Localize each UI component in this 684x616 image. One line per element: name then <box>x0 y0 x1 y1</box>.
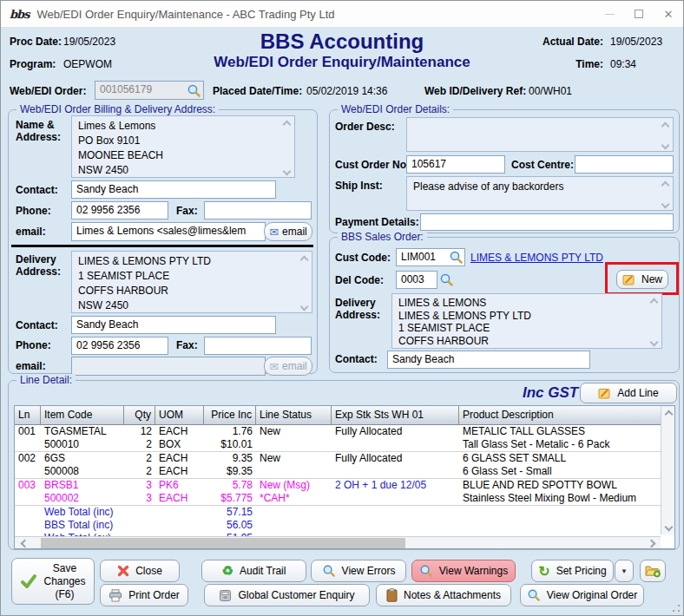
placed-datetime-label: Placed Date/Time: <box>213 85 302 97</box>
cost-centre-input[interactable] <box>575 155 674 174</box>
scroll-up-icon[interactable] <box>650 298 657 305</box>
line-detail-table: Ln Item Code Qty UOM Price Inc Line Stat… <box>14 405 675 549</box>
delivery-contact-input[interactable]: Sandy Beach <box>71 316 276 334</box>
webedi-order-input[interactable]: 001056179 <box>95 81 204 100</box>
column-header-exp-stk[interactable]: Exp Stk Sts WH 01 <box>332 406 459 424</box>
close-button[interactable]: ✕ <box>654 1 683 27</box>
delivery-address-textarea[interactable]: LIMES & LEMONS PTY LTD 1 SEAMIST PLACE C… <box>71 251 312 313</box>
cell-item: 6GS <box>44 452 121 465</box>
column-header-ln[interactable]: Ln <box>15 406 41 424</box>
billing-contact-label: Contact: <box>16 184 58 196</box>
delivery-phone-label: Phone: <box>16 339 51 351</box>
cell-item2: 500002 <box>44 492 121 505</box>
billing-email-label: email: <box>16 226 46 238</box>
audit-trail-button-label: Audit Trail <box>240 565 286 577</box>
view-errors-button-label: View Errors <box>342 565 396 577</box>
scrollbar-thumb[interactable] <box>41 538 405 548</box>
view-original-order-button[interactable]: View Original Order <box>520 584 644 606</box>
order-desc-textarea[interactable] <box>406 117 674 152</box>
print-order-button[interactable]: Print Order <box>100 584 188 606</box>
scroll-up-icon[interactable] <box>661 406 675 420</box>
scroll-up-icon[interactable] <box>661 121 668 128</box>
set-pricing-button[interactable]: ↻ Set Pricing <box>531 560 614 582</box>
billing-contact-input[interactable]: Sandy Beach <box>71 180 276 199</box>
scroll-up-icon[interactable] <box>300 255 307 262</box>
column-header-uom[interactable]: UOM <box>155 406 204 424</box>
delivery-email-input[interactable] <box>71 357 266 376</box>
customer-name-link[interactable]: LIMES & LEMONS PTY LTD <box>470 252 603 264</box>
column-header-qty[interactable]: Qty <box>124 406 155 424</box>
cell-desc2: Tall Glass Set - Metalic - 6 Pack <box>463 438 657 451</box>
column-header-product-desc[interactable]: Product Description <box>459 406 661 424</box>
del-code-input[interactable]: 0003 <box>396 271 437 289</box>
table-row[interactable]: 003 BRSB1500002 33 PK6EACH 5.78$5.775 Ne… <box>15 479 661 506</box>
scroll-down-icon[interactable] <box>283 167 290 174</box>
horizontal-scrollbar[interactable] <box>15 536 661 548</box>
close-order-button[interactable]: Close <box>100 560 180 582</box>
cust-order-no-input[interactable]: 105617 <box>406 155 505 174</box>
payment-details-label: Payment Details: <box>335 216 419 228</box>
column-header-item-code[interactable]: Item Code <box>41 406 124 424</box>
clipboard-icon <box>386 588 398 602</box>
notes-attachments-button[interactable]: Notes & Attachments <box>376 584 511 606</box>
scroll-down-icon[interactable] <box>661 200 668 206</box>
new-button[interactable]: New <box>616 270 668 289</box>
save-changes-button[interactable]: Save Changes (F6) <box>11 558 95 605</box>
scroll-up-icon[interactable] <box>283 120 290 127</box>
column-header-line-status[interactable]: Line Status <box>256 406 332 424</box>
delivery-phone-input[interactable]: 02 9956 2356 <box>71 337 168 355</box>
bbs-contact-label: Contact: <box>335 353 378 365</box>
set-pricing-dropdown-button[interactable]: ▼ <box>615 560 634 582</box>
delivery-fax-input[interactable] <box>204 337 312 355</box>
table-header-row: Ln Item Code Qty UOM Price Inc Line Stat… <box>15 406 661 425</box>
search-icon[interactable] <box>439 272 454 287</box>
scroll-left-icon[interactable] <box>20 540 27 547</box>
open-folder-button[interactable] <box>640 560 666 582</box>
delivery-email-button[interactable]: ✉ email <box>264 357 312 376</box>
billing-email-input[interactable]: Limes & Lemons <sales@limes&lem <box>71 222 266 241</box>
scroll-up-icon[interactable] <box>661 180 668 187</box>
billing-phone-input[interactable]: 02 9956 2356 <box>71 201 168 220</box>
view-warnings-button[interactable]: View Warnings <box>411 560 516 582</box>
window-title: Web/EDI Order Enquiry/Maintenance - ABC … <box>37 8 335 21</box>
bbs-contact-input[interactable]: Sandy Beach <box>387 351 590 369</box>
vertical-scrollbar[interactable] <box>661 406 674 534</box>
scroll-down-icon[interactable] <box>661 141 668 147</box>
chevron-down-icon: ▼ <box>621 567 628 575</box>
search-icon[interactable] <box>187 83 201 98</box>
cell-exp: 2 OH + 1 due 12/05 <box>335 479 456 492</box>
bbs-delivery-address-textarea[interactable]: LIMES & LEMONS LIMES & LEMONS PTY LTD 1 … <box>391 293 662 349</box>
billing-name-address-textarea[interactable]: Limes & Lemons PO Box 9101 MOONEE BEACH … <box>71 115 295 178</box>
table-row[interactable]: 001 TGASMETAL500010 122 EACHBOX 1.76$10.… <box>15 425 661 452</box>
total-label: Web Total (inc) <box>41 506 204 519</box>
email-icon: ✉ <box>269 360 279 373</box>
new-note-icon <box>622 273 635 286</box>
header-right: Actual Date: 19/05/2023 Time: 09:34 <box>543 36 674 70</box>
maximize-button[interactable] <box>624 1 654 27</box>
billing-fax-input[interactable] <box>204 201 312 220</box>
column-header-price-inc[interactable]: Price Inc <box>204 406 256 424</box>
ship-inst-textarea[interactable]: Please advise of any backorders <box>406 176 674 211</box>
scroll-down-icon[interactable] <box>650 337 657 344</box>
notes-attachments-button-label: Notes & Attachments <box>404 589 501 601</box>
search-icon[interactable] <box>449 250 464 265</box>
scroll-down-icon[interactable] <box>661 521 675 534</box>
table-row[interactable]: 002 6GS500008 22 EACHEACH 9.35$9.35 New … <box>15 452 661 479</box>
add-line-button[interactable]: Add Line <box>580 383 677 403</box>
billing-email-button[interactable]: ✉ email <box>264 222 312 241</box>
scroll-down-icon[interactable] <box>300 302 307 309</box>
view-errors-button[interactable]: View Errors <box>311 560 406 582</box>
name-address-label: Name & Address: <box>16 119 66 143</box>
resize-grip[interactable] <box>672 604 681 613</box>
payment-details-input[interactable] <box>420 213 674 231</box>
audit-trail-button[interactable]: ♻ Audit Trail <box>201 560 306 582</box>
save-changes-button-label: Save Changes (F6) <box>43 562 85 601</box>
bbs-delivery-address-label: Delivery Address: <box>335 297 387 321</box>
cell-ln: 002 <box>18 452 37 465</box>
inc-gst-label: Inc GST <box>523 384 578 402</box>
minimize-button[interactable] <box>595 1 624 27</box>
delivery-contact-label: Contact: <box>16 319 58 331</box>
global-customer-enquiry-button[interactable]: Global Customer Enquiry <box>204 584 370 606</box>
scroll-right-icon[interactable] <box>648 540 655 547</box>
cell-desc2: 6 Glass Set - Small <box>463 465 657 478</box>
